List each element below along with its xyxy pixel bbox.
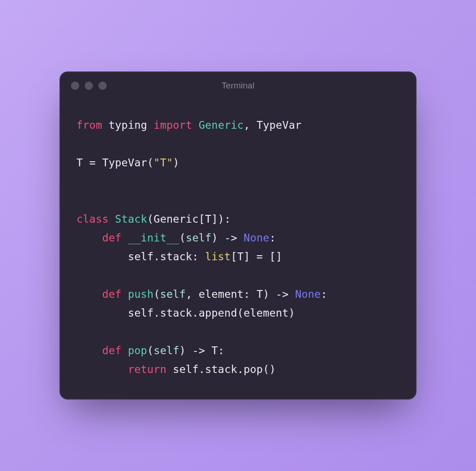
indent [76, 232, 102, 244]
keyword-def: def [102, 232, 121, 244]
minimize-icon[interactable] [85, 82, 93, 90]
keyword-import: import [154, 119, 192, 131]
titlebar: Terminal [60, 72, 416, 99]
window-title: Terminal [60, 81, 416, 91]
text: , [243, 119, 256, 131]
terminal-window: Terminal from typing import Generic, Typ… [60, 71, 416, 399]
traffic-lights [71, 82, 107, 90]
code-text: self.stack.pop() [173, 363, 276, 375]
code-text: ) -> T: [179, 345, 224, 356]
indent [76, 345, 102, 356]
function-name: pop [128, 345, 147, 356]
code-text: self.stack: [128, 251, 205, 263]
function-name: __init__ [128, 232, 179, 244]
param-self: self [154, 345, 179, 356]
param-self: self [186, 232, 211, 244]
text [167, 363, 173, 375]
code-text: : [270, 232, 276, 244]
indent [76, 288, 102, 300]
close-icon[interactable] [71, 82, 79, 90]
indent [76, 307, 128, 319]
text [108, 213, 115, 225]
code-text: [T] = [] [231, 251, 282, 263]
keyword-from: from [76, 119, 102, 131]
code-area[interactable]: from typing import Generic, TypeVar T = … [60, 99, 416, 399]
import-name: Generic [199, 119, 243, 131]
text [121, 345, 128, 356]
code-text: ( [154, 288, 160, 300]
code-text: : [321, 288, 327, 300]
keyword-return: return [128, 363, 166, 375]
type-none: None [295, 288, 321, 300]
type-list: list [205, 251, 231, 263]
code-text: T = TypeVar( [76, 157, 154, 169]
code-text: , element: T) -> [186, 288, 295, 300]
indent [76, 363, 128, 375]
text [121, 232, 128, 244]
code-text: ( [179, 232, 186, 244]
code-text: ) -> [211, 232, 243, 244]
param-self: self [160, 288, 186, 300]
code-text: self.stack.append(element) [128, 307, 295, 319]
function-name: push [128, 288, 153, 300]
module-name: typing [108, 119, 147, 131]
keyword-class: class [76, 213, 108, 225]
text [121, 288, 128, 300]
code-text: (Generic[T]): [147, 213, 231, 225]
maximize-icon[interactable] [98, 82, 107, 90]
keyword-def: def [102, 288, 121, 300]
keyword-def: def [102, 345, 121, 356]
import-name: TypeVar [256, 119, 301, 131]
type-none: None [243, 232, 269, 244]
indent [76, 251, 128, 263]
code-text: ) [173, 157, 179, 169]
class-name: Stack [115, 213, 147, 225]
string-literal: "T" [154, 157, 173, 169]
code-text: ( [147, 345, 154, 356]
